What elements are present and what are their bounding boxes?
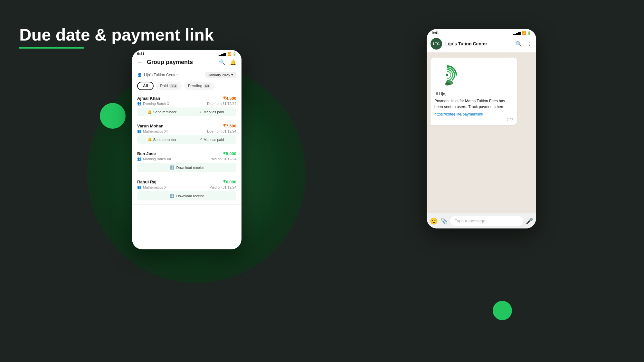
pending-badge: 60: [204, 84, 210, 88]
mark-paid-ajmal[interactable]: ✓ Mark as paid: [187, 107, 237, 116]
batch-icon-ben: 👥: [137, 157, 142, 161]
title-section: Due date & payment link: [19, 26, 214, 49]
battery-icon: 🔋: [232, 52, 236, 56]
tuition-name: 👤 Lijo's Tuition Centre: [137, 73, 178, 77]
wa-avatar: LTC: [431, 38, 442, 50]
wa-input-bar: 🙂 📎 Type a message 🎤: [427, 213, 536, 228]
chevron-down-icon: ▾: [231, 73, 233, 77]
check-icon-varun: ✓: [199, 137, 202, 142]
bg-circle-small-left: [100, 103, 126, 129]
message-input[interactable]: Type a message: [450, 216, 523, 226]
tuition-row: 👤 Lijo's Tuition Centre January 2025 ▾: [132, 69, 242, 80]
wifi-icon: 📶: [227, 52, 231, 56]
batch-rahul: 👥 Mathematics X: [137, 185, 166, 189]
payment-amount-ben: ₹5,000: [223, 151, 236, 156]
batch-ajmal: 👥 Evening Batch X: [137, 101, 169, 106]
tab-pending[interactable]: Pending 60: [184, 82, 214, 90]
payment-name-ben: Ben Jose: [137, 151, 156, 156]
wa-message-body: Payment links for Maths Tuition Fees has…: [434, 98, 513, 110]
signal-icon: ▂▄▆: [219, 52, 226, 56]
payment-amount-rahul: ₹6,000: [223, 180, 236, 184]
batch-icon-rahul: 👥: [137, 185, 142, 189]
batch-icon: 👥: [137, 101, 142, 106]
phone-right: 9:41 ▂▄▆ 📶 🔋 LTC Lijo's Tution Center 🔍 …: [427, 29, 536, 228]
check-icon: ✓: [199, 110, 202, 114]
wa-greeting: Hi Lijo,: [434, 91, 513, 97]
left-status-bar: 9:41 ▂▄▆ 📶 🔋: [132, 50, 242, 56]
search-icon[interactable]: 🔍: [219, 59, 225, 65]
svg-point-0: [446, 74, 448, 76]
wa-header: LTC Lijo's Tution Center 🔍 ⋮: [427, 35, 536, 52]
tuition-icon: 👤: [137, 73, 142, 77]
attach-button[interactable]: 📎: [440, 218, 448, 225]
mic-button[interactable]: 🎤: [526, 218, 533, 225]
left-time: 9:41: [137, 52, 144, 56]
left-status-icons: ▂▄▆ 📶 🔋: [219, 52, 236, 56]
due-varun: Due from 31/12/24: [207, 129, 236, 133]
cofee-logo-svg: [434, 61, 460, 87]
download-icon-rahul: ⬇️: [170, 194, 175, 198]
bell-small-icon: 🔔: [147, 110, 152, 114]
payment-name-ajmal: Ajmal Khan: [137, 96, 160, 101]
page-title: Due date & payment link: [19, 26, 214, 44]
tab-paid[interactable]: Paid 354: [156, 82, 182, 90]
paid-on-ben: Paid on 31/12/24: [210, 157, 236, 161]
tab-all[interactable]: All: [137, 82, 154, 90]
wa-message-bubble: Hi Lijo, Payment links for Maths Tuition…: [431, 58, 517, 125]
send-reminder-varun[interactable]: 🔔 Send reminder: [137, 135, 187, 144]
month-label: January 2025: [208, 73, 230, 77]
payment-name-rahul: Rahul Raj: [137, 180, 156, 184]
header-title: Group payments: [147, 59, 215, 66]
payment-item-ben: Ben Jose ₹5,000 👥 Morning Batch XII Paid…: [132, 148, 242, 176]
month-badge[interactable]: January 2025 ▾: [205, 72, 236, 78]
payment-list: Ajmal Khan ₹4,500 👥 Evening Batch X Due …: [132, 93, 242, 249]
wa-message-time: 17:07: [434, 118, 513, 122]
app-header: ← Group payments 🔍 🔔: [132, 56, 242, 69]
wa-header-icons: 🔍 ⋮: [516, 41, 532, 47]
wa-chat-area: Hi Lijo, Payment links for Maths Tuition…: [427, 52, 536, 213]
wa-search-icon[interactable]: 🔍: [516, 41, 522, 47]
wa-payment-link[interactable]: https://cofee.life/paymentlink: [434, 112, 483, 116]
download-row-ben[interactable]: ⬇️ Download receipt: [137, 163, 236, 172]
batch-ben: 👥 Morning Batch XII: [137, 157, 171, 161]
send-reminder-ajmal[interactable]: 🔔 Send reminder: [137, 107, 187, 116]
payment-item-varun: Varun Mohan ₹7,500 👥 Mathematics XII Due…: [132, 120, 242, 148]
cofee-logo-container: [434, 61, 513, 88]
bg-circle-small-right: [493, 301, 512, 320]
mark-paid-varun[interactable]: ✓ Mark as paid: [187, 135, 237, 144]
wa-wifi-icon: 📶: [522, 31, 526, 35]
payment-item-ajmal: Ajmal Khan ₹4,500 👥 Evening Batch X Due …: [132, 93, 242, 120]
svg-point-2: [445, 82, 450, 86]
back-button[interactable]: ←: [137, 59, 143, 66]
wa-time: 9:41: [432, 31, 439, 35]
payment-item-rahul: Rahul Raj ₹6,000 👥 Mathematics X Paid on…: [132, 176, 242, 205]
due-ajmal: Due from 31/12/24: [207, 102, 236, 106]
wa-more-icon[interactable]: ⋮: [527, 41, 532, 47]
payment-name-varun: Varun Mohan: [137, 124, 164, 128]
phone-left: 9:41 ▂▄▆ 📶 🔋 ← Group payments 🔍 🔔 👤 Lijo…: [132, 50, 242, 249]
batch-icon-varun: 👥: [137, 129, 142, 133]
download-icon-ben: ⬇️: [170, 165, 175, 170]
wa-status-bar: 9:41 ▂▄▆ 📶 🔋: [427, 29, 536, 35]
action-row-ajmal: 🔔 Send reminder ✓ Mark as paid: [137, 107, 236, 116]
batch-varun: 👥 Mathematics XII: [137, 129, 168, 133]
emoji-button[interactable]: 🙂: [430, 217, 438, 225]
payment-amount-ajmal: ₹4,500: [223, 96, 236, 101]
header-icons: 🔍 🔔: [219, 59, 236, 65]
title-underline: [19, 47, 84, 49]
message-placeholder: Type a message: [455, 218, 485, 223]
tabs-row: All Paid 354 Pending 60: [132, 80, 242, 93]
paid-badge: 354: [169, 84, 178, 88]
wa-contact-name: Lijo's Tution Center: [445, 41, 512, 46]
wa-battery-icon: 🔋: [527, 31, 531, 35]
action-row-varun: 🔔 Send reminder ✓ Mark as paid: [137, 135, 236, 144]
bell-icon[interactable]: 🔔: [230, 59, 236, 65]
payment-amount-varun: ₹7,500: [223, 124, 236, 128]
wa-status-icons: ▂▄▆ 📶 🔋: [513, 31, 531, 35]
wa-signal-icon: ▂▄▆: [513, 31, 521, 35]
download-row-rahul[interactable]: ⬇️ Download receipt: [137, 191, 236, 200]
bell-small-icon-varun: 🔔: [147, 137, 152, 142]
paid-on-rahul: Paid on 31/12/24: [210, 185, 236, 189]
